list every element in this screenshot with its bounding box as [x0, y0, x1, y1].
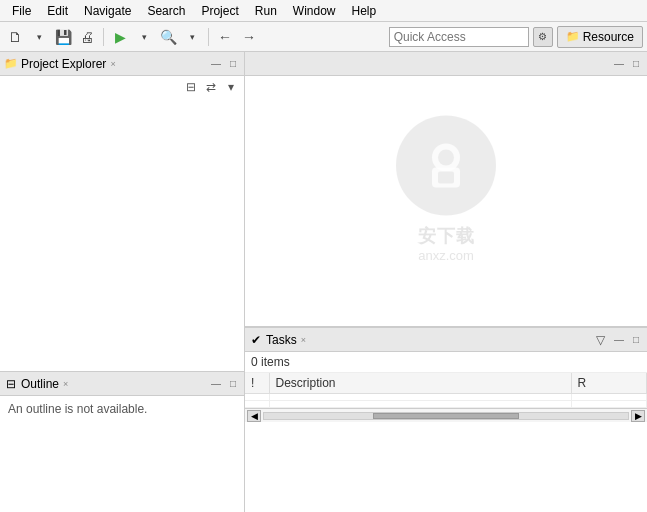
- right-panel: — □ 安下载 anxz.com: [245, 52, 647, 512]
- editor-maximize-button[interactable]: □: [629, 57, 643, 71]
- editor-min-icon: —: [614, 58, 624, 69]
- tasks-col-excl[interactable]: !: [245, 373, 269, 394]
- toolbar-separator-1: [103, 28, 104, 46]
- tasks-tab-close[interactable]: ×: [301, 335, 306, 345]
- svg-point-2: [438, 150, 454, 166]
- new-file-button[interactable]: 🗋: [4, 26, 26, 48]
- outline-header: ⊟ Outline × — □: [0, 372, 244, 396]
- tasks-items-count: 0 items: [245, 352, 647, 373]
- tasks-title-text: Tasks: [266, 333, 297, 347]
- project-explorer-maximize-button[interactable]: □: [226, 57, 240, 71]
- menu-search[interactable]: Search: [139, 2, 193, 20]
- tasks-maximize-button[interactable]: □: [629, 333, 643, 347]
- editor-header: — □: [245, 52, 647, 76]
- search-icon: 🔍: [160, 29, 177, 45]
- back-button[interactable]: ←: [214, 26, 236, 48]
- resource-label: Resource: [583, 30, 634, 44]
- print-button[interactable]: 🖨: [76, 26, 98, 48]
- maximize-icon: □: [230, 58, 236, 69]
- toolbar-dropdown-new[interactable]: ▾: [28, 26, 50, 48]
- outline-minimize-button[interactable]: —: [209, 377, 223, 391]
- project-tree: [0, 98, 244, 393]
- tasks-col-resource[interactable]: R: [571, 373, 647, 394]
- menu-file[interactable]: File: [4, 2, 39, 20]
- menu-help[interactable]: Help: [344, 2, 385, 20]
- scroll-left-icon: ◀: [251, 411, 258, 421]
- outline-message: An outline is not available.: [8, 402, 147, 416]
- menu-project[interactable]: Project: [193, 2, 246, 20]
- svg-rect-1: [432, 168, 460, 188]
- resource-button[interactable]: 📁 Resource: [557, 26, 643, 48]
- pe-chevron-button[interactable]: ▾: [222, 78, 240, 96]
- editor-area: — □ 安下载 anxz.com: [245, 52, 647, 327]
- scroll-thumb[interactable]: [373, 413, 519, 419]
- collapse-icon: ⊟: [186, 80, 196, 94]
- pe-chevron-icon: ▾: [228, 80, 234, 94]
- tasks-minimize-button[interactable]: —: [612, 333, 626, 347]
- scroll-track[interactable]: [263, 412, 629, 420]
- collapse-all-button[interactable]: ⊟: [182, 78, 200, 96]
- svg-point-0: [432, 144, 460, 172]
- main-container: 📁 Project Explorer × — □ ⊟ ⇄: [0, 52, 647, 512]
- left-panel: 📁 Project Explorer × — □ ⊟ ⇄: [0, 52, 245, 512]
- tasks-table-wrapper: ! Description R: [245, 373, 647, 408]
- project-explorer-folder-icon: 📁: [4, 57, 18, 71]
- new-file-icon: 🗋: [8, 29, 22, 45]
- editor-minimize-button[interactable]: —: [612, 57, 626, 71]
- task-res-cell-2: [571, 401, 647, 408]
- run-dropdown-button[interactable]: ▾: [133, 26, 155, 48]
- chevron-down-icon: ▾: [37, 32, 42, 42]
- menu-run[interactable]: Run: [247, 2, 285, 20]
- toolbar: 🗋 ▾ 💾 🖨 ▶ ▾ 🔍 ▾ ← → ⚙ 📁 Resource: [0, 22, 647, 52]
- task-res-cell: [571, 394, 647, 401]
- print-icon: 🖨: [80, 29, 94, 45]
- scroll-right-icon: ▶: [635, 411, 642, 421]
- tasks-table: ! Description R: [245, 373, 647, 408]
- resource-folder-icon: 📁: [566, 30, 580, 43]
- outline-title: Outline ×: [21, 377, 206, 391]
- menu-navigate[interactable]: Navigate: [76, 2, 139, 20]
- tasks-col-description[interactable]: Description: [269, 373, 571, 394]
- tasks-min-icon: —: [614, 334, 624, 345]
- tasks-filter-button[interactable]: ▽: [591, 331, 609, 349]
- task-desc-cell: [269, 394, 571, 401]
- menu-window[interactable]: Window: [285, 2, 344, 20]
- menu-edit[interactable]: Edit: [39, 2, 76, 20]
- editor-max-icon: □: [633, 58, 639, 69]
- forward-arrow-icon: →: [242, 29, 256, 45]
- outline-maximize-button[interactable]: □: [226, 377, 240, 391]
- tasks-filter-icon: ▽: [596, 333, 605, 347]
- outline-panel: ⊟ Outline × — □ An outline is not availa…: [0, 372, 244, 512]
- project-explorer-minimize-button[interactable]: —: [209, 57, 223, 71]
- project-explorer-title-text: Project Explorer: [21, 57, 106, 71]
- quick-access-input[interactable]: [389, 27, 529, 47]
- run-button[interactable]: ▶: [109, 26, 131, 48]
- link-with-editor-button[interactable]: ⇄: [202, 78, 220, 96]
- watermark-icon: [396, 116, 496, 216]
- project-explorer-title: Project Explorer ×: [21, 57, 206, 71]
- save-button[interactable]: 💾: [52, 26, 74, 48]
- forward-button[interactable]: →: [238, 26, 260, 48]
- scroll-left-button[interactable]: ◀: [247, 410, 261, 422]
- project-explorer-toolbar: ⊟ ⇄ ▾: [0, 76, 244, 98]
- project-explorer-tab-close[interactable]: ×: [110, 59, 115, 69]
- tasks-max-icon: □: [633, 334, 639, 345]
- outline-tab-close[interactable]: ×: [63, 379, 68, 389]
- search-button[interactable]: 🔍: [157, 26, 179, 48]
- task-desc-cell-2: [269, 401, 571, 408]
- watermark-text: 安下载: [396, 224, 496, 248]
- table-row: [245, 401, 647, 408]
- outline-max-icon: □: [230, 378, 236, 389]
- task-excl-cell: [245, 394, 269, 401]
- menubar: File Edit Navigate Search Project Run Wi…: [0, 0, 647, 22]
- back-arrow-icon: ←: [218, 29, 232, 45]
- link-icon: ⇄: [206, 80, 216, 94]
- tasks-count-text: 0 items: [251, 355, 290, 369]
- scroll-right-button[interactable]: ▶: [631, 410, 645, 422]
- tasks-title: Tasks ×: [266, 333, 588, 347]
- quick-access-settings-button[interactable]: ⚙: [533, 27, 553, 47]
- settings-icon: ⚙: [538, 31, 547, 42]
- run-icon: ▶: [115, 29, 126, 45]
- save-icon: 💾: [55, 29, 72, 45]
- search-dropdown-button[interactable]: ▾: [181, 26, 203, 48]
